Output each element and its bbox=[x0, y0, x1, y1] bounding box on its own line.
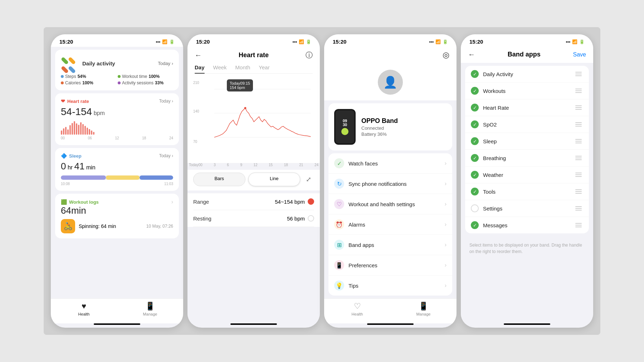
steps-stat: Steps 54% bbox=[61, 74, 116, 79]
signal-icon-2: ▪▪▪ bbox=[292, 39, 297, 44]
drag-handle-tools[interactable] bbox=[574, 188, 583, 195]
nav-health[interactable]: ♥ Health bbox=[51, 302, 117, 316]
steps-dot bbox=[61, 75, 64, 78]
target-icon[interactable]: ◎ bbox=[443, 50, 449, 60]
workout-name: Spinning: 64 min bbox=[79, 223, 143, 229]
back-button-2[interactable]: ← bbox=[195, 51, 202, 59]
calories-dot bbox=[61, 81, 64, 84]
activity-sessions-stat: Activity sessions 33% bbox=[118, 80, 173, 85]
sleep-seg-2 bbox=[106, 175, 140, 180]
drag-handle-workouts[interactable] bbox=[574, 87, 583, 94]
today-link[interactable]: Today › bbox=[158, 61, 173, 66]
workout-health-chevron: › bbox=[445, 201, 447, 207]
workout-item: 🚴 Spinning: 64 min 10 May, 07:26 bbox=[61, 219, 173, 233]
status-bar-1: 15:20 ▪▪▪ 📶 🔋 bbox=[51, 34, 183, 47]
drag-handle-daily-activity[interactable] bbox=[574, 70, 583, 78]
home-indicator-1 bbox=[94, 323, 140, 325]
hbar-5 bbox=[69, 125, 71, 135]
x-label-15: 15 bbox=[269, 163, 273, 167]
drag-handle-settings[interactable] bbox=[574, 205, 583, 212]
workout-details: Spinning: 64 min bbox=[79, 223, 143, 229]
alarms-icon: ⏰ bbox=[334, 219, 344, 229]
bars-toggle[interactable]: Bars bbox=[193, 173, 245, 186]
home-indicator-3 bbox=[367, 323, 414, 325]
manage-icon: 📱 bbox=[145, 302, 155, 311]
checkbox-weather[interactable]: ✓ bbox=[471, 171, 479, 179]
app-item-settings: Settings bbox=[465, 200, 589, 217]
sleep-min-unit: min bbox=[86, 164, 96, 170]
hbar-8 bbox=[76, 123, 77, 135]
nav-manage-3[interactable]: 📱 Manage bbox=[390, 302, 457, 316]
tab-day[interactable]: Day bbox=[195, 64, 205, 73]
menu-band-apps[interactable]: ⊞ Band apps › bbox=[328, 235, 452, 255]
nav-health-3[interactable]: ♡ Health bbox=[324, 302, 390, 316]
resting-stat-row: Resting 56 bpm bbox=[193, 210, 314, 227]
device-connected: Connected bbox=[361, 125, 398, 131]
tips-icon: 💡 bbox=[334, 281, 344, 291]
label-06: 06 bbox=[88, 136, 92, 140]
hbar-2 bbox=[63, 128, 64, 135]
heart-rate-today[interactable]: Today › bbox=[159, 99, 173, 104]
status-icons-2: ▪▪▪ 📶 🔋 bbox=[292, 39, 311, 44]
band-screen: 0930 bbox=[336, 110, 354, 143]
sleep-today[interactable]: Today › bbox=[159, 153, 173, 158]
nav-manage[interactable]: 📱 Manage bbox=[117, 302, 183, 316]
drag-handle-sleep[interactable] bbox=[574, 138, 583, 145]
drag-line-1 bbox=[575, 72, 582, 73]
daily-activity-nav: Daily activity Today › bbox=[61, 55, 173, 72]
calories-label: Calories bbox=[65, 80, 81, 85]
checkbox-spo2[interactable]: ✓ bbox=[471, 120, 479, 128]
drag-handle-weather[interactable] bbox=[574, 171, 583, 178]
workout-logs-chevron[interactable]: › bbox=[171, 199, 173, 205]
sync-label: Sync phone notifications bbox=[348, 181, 407, 187]
checkbox-sleep[interactable]: ✓ bbox=[471, 137, 479, 145]
app-item-sleep: ✓ Sleep bbox=[465, 133, 589, 150]
expand-button[interactable]: ⤢ bbox=[303, 173, 314, 186]
info-button[interactable]: ⓘ bbox=[306, 50, 313, 60]
signal-icon: ▪▪▪ bbox=[156, 39, 160, 44]
tab-year[interactable]: Year bbox=[259, 64, 269, 73]
label-18: 18 bbox=[142, 136, 146, 140]
daily-activity-info: Daily activity bbox=[82, 60, 115, 66]
checkbox-settings[interactable] bbox=[471, 204, 479, 212]
menu-sync-notifications[interactable]: ↻ Sync phone notifications › bbox=[328, 174, 452, 194]
save-button[interactable]: Save bbox=[573, 51, 586, 58]
sleep-header: 🔷 Sleep Today › bbox=[61, 153, 173, 159]
x-label-21: 21 bbox=[299, 163, 303, 167]
menu-watch-faces[interactable]: ✓ Watch faces › bbox=[328, 153, 452, 174]
alarms-label: Alarms bbox=[348, 222, 365, 228]
workout-duration-unit: min bbox=[71, 205, 86, 216]
checkbox-breathing[interactable]: ✓ bbox=[471, 154, 479, 162]
y-label-70: 70 bbox=[193, 140, 197, 144]
app-label-spo2: SpO2 bbox=[483, 122, 570, 128]
drag-handle-spo2[interactable] bbox=[574, 121, 583, 128]
menu-alarms[interactable]: ⏰ Alarms › bbox=[328, 214, 452, 235]
heart-rate-screen-title: Heart rate bbox=[239, 51, 269, 59]
menu-workout-health[interactable]: ♡ Workout and health settings › bbox=[328, 194, 452, 214]
checkbox-workouts[interactable]: ✓ bbox=[471, 87, 479, 95]
menu-preferences[interactable]: 📱 Preferences › bbox=[328, 255, 452, 276]
y-label-210: 210 bbox=[193, 81, 199, 85]
drag-handle-breathing[interactable] bbox=[574, 154, 583, 162]
checkbox-messages[interactable]: ✓ bbox=[471, 221, 479, 229]
sessions-label: Activity sessions bbox=[122, 80, 153, 85]
bpm-value: 54-154 bbox=[61, 106, 92, 117]
hbar-15 bbox=[91, 130, 92, 135]
tab-week[interactable]: Week bbox=[213, 64, 227, 73]
drag-line-3 bbox=[575, 75, 582, 76]
back-button-4[interactable]: ← bbox=[468, 50, 475, 59]
wifi-icon: 📶 bbox=[162, 39, 167, 44]
menu-tips[interactable]: 💡 Tips › bbox=[328, 276, 452, 296]
checkbox-heart-rate[interactable]: ✓ bbox=[471, 104, 479, 111]
tab-month[interactable]: Month bbox=[235, 64, 250, 73]
screens-container: 15:20 ▪▪▪ 📶 🔋 Daily activity bbox=[44, 27, 600, 335]
line-toggle[interactable]: Line bbox=[248, 173, 301, 186]
manage-label: Manage bbox=[143, 312, 157, 316]
device-name: OPPO Band bbox=[361, 117, 398, 125]
band-circle-green bbox=[341, 128, 348, 135]
drag-handle-messages[interactable] bbox=[574, 222, 583, 229]
status-bar-4: 15:20 ▪▪▪ 📶 🔋 bbox=[461, 34, 593, 47]
drag-handle-heart-rate[interactable] bbox=[574, 104, 583, 111]
checkbox-daily-activity[interactable]: ✓ bbox=[471, 70, 479, 78]
checkbox-tools[interactable]: ✓ bbox=[471, 188, 479, 195]
